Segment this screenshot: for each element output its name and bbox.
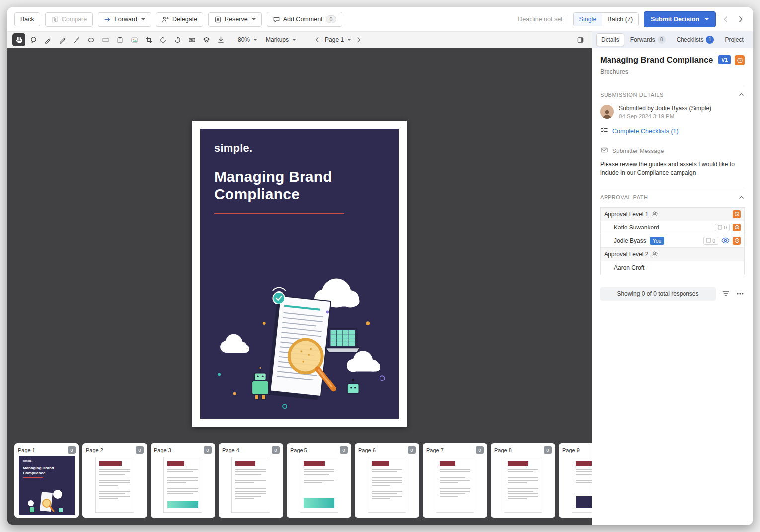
thumb-title-rule (23, 477, 43, 478)
thumb-comment-count: 0 (272, 446, 280, 454)
zoom-dropdown[interactable]: 80% (234, 34, 261, 45)
approver-name: Aaron Croft (604, 264, 644, 271)
tab-project-label: Project (725, 36, 743, 43)
rotate-left-icon[interactable] (156, 33, 169, 46)
clipboard-tool-icon[interactable] (113, 33, 126, 46)
toggle-sidebar-icon[interactable] (574, 33, 587, 46)
forward-button[interactable]: Forward (98, 12, 151, 27)
layers-icon[interactable] (200, 33, 213, 46)
page-thumbnail-7[interactable]: Page 70 (423, 443, 487, 518)
page-thumbnail-3[interactable]: Page 30 (151, 443, 215, 518)
asset-title-row: Managing Brand Compliance V1 (600, 55, 745, 65)
image-stamp-tool-icon[interactable] (128, 33, 141, 46)
submitter-row: Submitted by Jodie Byass (Simple) 04 Sep… (600, 105, 745, 119)
single-mode-button[interactable]: Single (574, 13, 603, 26)
page-thumbnail-9[interactable]: Page 90 (559, 443, 592, 518)
thumb-cover-logo: simple. (23, 459, 71, 462)
thumb-cover: simple. Managing BrandCompliance (19, 456, 75, 515)
filter-icon[interactable] (722, 290, 730, 298)
rotate-right-icon[interactable] (171, 33, 184, 46)
page-thumbnail-5[interactable]: Page 50 (287, 443, 351, 518)
page-thumbnail-6[interactable]: Page 60 (355, 443, 419, 518)
submission-details-header: SUBMISSION DETAILS (600, 84, 745, 98)
thumb-page (163, 457, 202, 513)
complete-checklists-link[interactable]: Complete Checklists (1) (612, 128, 679, 135)
tab-forwards[interactable]: Forwards 0 (625, 33, 671, 47)
thumb-label: Page 4 (222, 447, 239, 453)
reserve-button-label: Reserve (225, 16, 248, 23)
pen-tool-icon[interactable] (41, 33, 54, 46)
pan-hand-tool-icon[interactable] (12, 33, 25, 46)
page-thumbnail-2[interactable]: Page 20 (82, 443, 147, 518)
approval-path-list: Approval Level 1 Katie Suwankerd (600, 207, 745, 275)
tab-details-label: Details (601, 36, 619, 43)
collapse-approval-chevron-icon[interactable] (738, 194, 745, 201)
approver-row-katie: Katie Suwankerd 0 (601, 221, 744, 234)
page-thumbnail-strip: Page 10 simple. Managing BrandCompliance (7, 439, 592, 525)
download-icon[interactable] (214, 33, 227, 46)
submit-decision-button[interactable]: Submit Decision (644, 11, 716, 27)
document-page[interactable]: simple. Managing Brand Compliance (192, 121, 407, 427)
page-thumbnail-1[interactable]: Page 10 simple. Managing BrandCompliance (14, 443, 79, 518)
tab-checklists[interactable]: Checklists 1 (672, 33, 719, 47)
more-options-icon[interactable] (736, 290, 745, 298)
crop-tool-icon[interactable] (142, 33, 155, 46)
envelope-icon (600, 146, 608, 156)
batch-mode-button[interactable]: Batch (7) (602, 13, 638, 26)
keyboard-shortcuts-icon[interactable] (185, 33, 198, 46)
page-thumbnail-4[interactable]: Page 40 (219, 443, 283, 518)
thumb-title-line2: Compliance (23, 471, 71, 476)
delegate-button[interactable]: Delegate (156, 12, 203, 27)
page-caret-icon (347, 39, 351, 41)
thumb-comment-count: 0 (136, 446, 144, 454)
markups-dropdown[interactable]: Markups (262, 34, 300, 45)
thumb-page (504, 457, 542, 513)
tab-details[interactable]: Details (596, 33, 624, 46)
comment-bubble-icon (273, 16, 280, 23)
reserve-icon (214, 16, 222, 23)
ellipse-tool-icon[interactable] (84, 33, 97, 46)
line-tool-icon[interactable] (70, 33, 83, 46)
reserve-caret-icon (252, 18, 256, 20)
thumb-page (436, 457, 474, 513)
next-page-chevron-icon[interactable] (355, 36, 362, 43)
version-badge[interactable]: V1 (718, 55, 731, 64)
marker-tool-icon[interactable] (56, 33, 69, 46)
document-title-line2: Compliance (214, 186, 385, 203)
approver-pending-clock-icon (733, 224, 741, 231)
prev-item-chevron-icon[interactable] (721, 14, 731, 24)
compare-icon (51, 16, 59, 23)
tab-project[interactable]: Project (720, 33, 748, 46)
cover-illustration (205, 266, 394, 415)
compare-button[interactable]: Compare (45, 12, 93, 27)
thumb-label: Page 2 (86, 447, 103, 453)
add-comment-button[interactable]: Add Comment 0 (267, 12, 343, 27)
document-title-line1: Managing Brand (214, 168, 385, 186)
approval-level-1-label: Approval Level 1 (604, 211, 648, 218)
submitter-info: Submitted by Jodie Byass (Simple) 04 Sep… (619, 105, 711, 119)
page-select-dropdown[interactable]: Page 1 (324, 34, 352, 45)
approval-level-2-label: Approval Level 2 (604, 251, 648, 258)
approver-row-jodie: Jodie Byass You 0 (601, 234, 744, 248)
responses-row: Showing 0 of 0 total responses (600, 287, 745, 301)
tab-forwards-badge: 0 (658, 36, 666, 44)
next-item-chevron-icon[interactable] (736, 14, 746, 24)
viewer-column: 80% Markups Page 1 (7, 31, 592, 525)
thumb-label: Page 9 (562, 447, 580, 453)
page-thumbnail-8[interactable]: Page 80 (491, 443, 555, 518)
markups-label: Markups (266, 36, 289, 43)
complete-checklists-row[interactable]: Complete Checklists (1) (600, 126, 745, 136)
thumb-preview (222, 456, 280, 514)
approver-comment-count-value: 0 (724, 225, 727, 230)
lasso-select-tool-icon[interactable] (27, 33, 40, 46)
submitter-avatar (600, 105, 614, 119)
reserve-button[interactable]: Reserve (208, 12, 262, 27)
back-button[interactable]: Back (14, 12, 40, 26)
rectangle-tool-icon[interactable] (99, 33, 112, 46)
collapse-submission-chevron-icon[interactable] (738, 91, 745, 98)
thumb-label: Page 5 (290, 447, 307, 453)
thumb-preview (358, 456, 416, 514)
prev-page-chevron-icon[interactable] (314, 36, 321, 43)
thumb-comment-count: 0 (204, 446, 212, 454)
document-canvas[interactable]: simple. Managing Brand Compliance (7, 48, 592, 439)
